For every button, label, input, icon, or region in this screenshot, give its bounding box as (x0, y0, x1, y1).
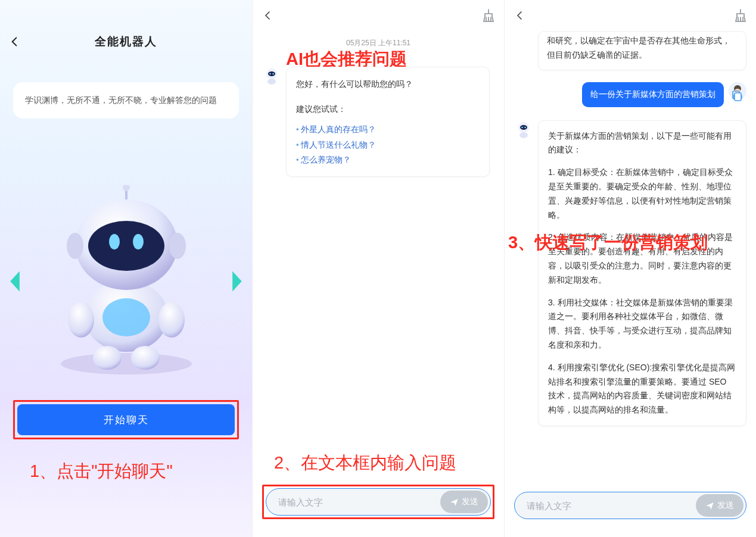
svg-point-2 (102, 298, 150, 336)
broom-icon[interactable] (483, 9, 494, 22)
annotation-step-2: 2、在文本框内输入问题 (274, 451, 456, 475)
svg-point-11 (68, 302, 94, 338)
svg-point-18 (272, 73, 274, 75)
greeting-text: 您好，有什么可以帮助您的吗？ (296, 76, 480, 92)
paper-plane-icon (705, 501, 714, 510)
svg-point-0 (61, 353, 192, 374)
user-message-bubble: 给一份关于新媒体方面的营销策划 (582, 82, 724, 107)
broom-icon[interactable] (735, 9, 746, 22)
svg-point-27 (520, 125, 527, 130)
bot-avatar-icon (262, 67, 281, 86)
start-button-highlight: 开始聊天 (13, 400, 239, 439)
chat-screen-suggestions: 05月25日 上午11:51 AI也会推荐问题 您好，有什么可以帮助您的吗？ 建… (252, 0, 504, 537)
intro-text: 学识渊博，无所不通，无所不晓，专业解答您的问题 (25, 95, 217, 105)
suggest-header: 建议您试试： (296, 101, 480, 117)
header-bar (505, 0, 756, 31)
svg-rect-21 (735, 93, 741, 101)
svg-point-9 (67, 233, 83, 259)
message-input[interactable] (527, 501, 696, 511)
carousel-prev-icon[interactable] (7, 270, 23, 291)
back-icon[interactable] (8, 36, 20, 48)
svg-point-29 (524, 126, 526, 128)
svg-point-16 (268, 71, 275, 76)
back-icon[interactable] (262, 10, 273, 21)
header-bar: 全能机器人 (0, 29, 252, 55)
svg-point-19 (267, 79, 276, 85)
ai-message-row: 您好，有什么可以帮助您的吗？ 建议您试试： 外星人真的存在吗？ 情人节送什么礼物… (262, 67, 490, 177)
input-bar: 发送 (514, 492, 746, 519)
chat-scroll[interactable]: 和研究，以确定在宇宙中是否存在其他生命形式，但目前仍缺乏确凿的证据。 给一份关于… (505, 31, 756, 489)
ai-point: 2. 创造优质内容：在新媒体营销中，优质的内容是至关重要的。要创造有趣、有用、有… (548, 230, 736, 287)
timestamp: 05月25日 上午11:51 (253, 38, 504, 48)
ai-text: 和研究，以确定在宇宙中是否存在其他生命形式，但目前仍缺乏确凿的证据。 (547, 36, 730, 60)
ai-response-bubble: 关于新媒体方面的营销策划，以下是一些可能有用的建议： 1. 确定目标受众：在新媒… (538, 120, 746, 426)
svg-point-30 (519, 132, 528, 138)
chat-screen-response: 和研究，以确定在宇宙中是否存在其他生命形式，但目前仍缺乏确凿的证据。 给一份关于… (504, 0, 756, 537)
input-highlight: 发送 (262, 485, 494, 519)
page-title: 全能机器人 (95, 34, 157, 49)
ai-point: 1. 确定目标受众：在新媒体营销中，确定目标受众是至关重要的。要确定受众的年龄、… (548, 166, 736, 222)
svg-point-13 (93, 346, 122, 370)
send-label: 发送 (717, 500, 734, 511)
input-container: 发送 (514, 492, 746, 519)
robot-illustration (0, 167, 252, 394)
suggestion-link[interactable]: 外星人真的存在吗？ (296, 122, 480, 138)
svg-point-4 (88, 221, 164, 271)
user-message-row: 给一份关于新媒体方面的营销策划 (514, 82, 746, 107)
bot-avatar-icon (514, 120, 533, 139)
send-label: 发送 (462, 497, 478, 507)
back-icon[interactable] (514, 10, 525, 21)
suggestion-link[interactable]: 怎么养宠物？ (296, 152, 480, 168)
svg-point-10 (169, 233, 186, 259)
paper-plane-icon (450, 498, 459, 507)
ai-intro: 关于新媒体方面的营销策划，以下是一些可能有用的建议： (548, 129, 736, 158)
svg-point-12 (158, 302, 185, 338)
suggestion-link[interactable]: 情人节送什么礼物？ (296, 138, 480, 153)
ai-welcome-bubble: 您好，有什么可以帮助您的吗？ 建议您试试： 外星人真的存在吗？ 情人节送什么礼物… (286, 67, 490, 177)
svg-point-8 (123, 185, 130, 191)
send-button[interactable]: 发送 (440, 491, 488, 513)
svg-point-14 (131, 346, 160, 370)
svg-point-5 (109, 234, 120, 249)
start-chat-button[interactable]: 开始聊天 (17, 404, 235, 435)
intro-card: 学识渊博，无所不通，无所不晓，专业解答您的问题 (13, 82, 239, 118)
svg-point-28 (521, 126, 523, 128)
carousel-next-icon[interactable] (229, 270, 245, 291)
copy-icon[interactable] (731, 90, 742, 101)
ai-message-bubble: 和研究，以确定在宇宙中是否存在其他生命形式，但目前仍缺乏确凿的证据。 (538, 31, 746, 70)
header-bar (253, 0, 504, 31)
ai-message-row: 关于新媒体方面的营销策划，以下是一些可能有用的建议： 1. 确定目标受众：在新媒… (514, 120, 746, 426)
message-input[interactable] (278, 497, 440, 507)
send-button[interactable]: 发送 (696, 494, 743, 517)
ai-point: 3. 利用社交媒体：社交媒体是新媒体营销的重要渠道之一。要利用各种社交媒体平台，… (548, 296, 736, 352)
intro-screen: 全能机器人 学识渊博，无所不通，无所不晓，专业解答您的问题 (0, 0, 252, 537)
robot-image (43, 185, 210, 376)
ai-point: 4. 利用搜索引擎优化 (SEO):搜索引擎优化是提高网站排名和搜索引擎流量的重… (548, 361, 736, 417)
svg-point-6 (133, 234, 144, 249)
input-bar: 发送 (266, 488, 491, 516)
svg-point-17 (269, 73, 271, 75)
